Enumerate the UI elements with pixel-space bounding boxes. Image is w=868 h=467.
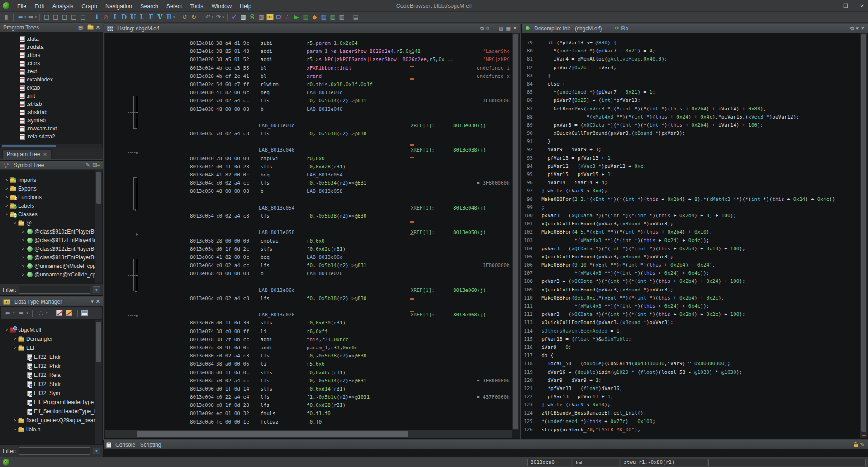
tree-item[interactable]: >libio.h xyxy=(1,425,95,434)
toolbar-button[interactable]: ▶ xyxy=(293,13,301,22)
menu-navigation[interactable]: Navigation xyxy=(101,2,136,11)
listing-row[interactable]: 8013e03cc0 02 a4 c8lfsf0,-0x5b38(r2)=>@8… xyxy=(105,130,512,138)
listing-row[interactable]: 8013e04028 00 00 00cmplwir0,0x0 xyxy=(105,155,512,163)
tree-item[interactable]: >▲Imports xyxy=(1,176,95,184)
listing-blank-row[interactable] xyxy=(105,138,512,146)
toolbar-button[interactable]: ▦ xyxy=(302,13,310,22)
decompile-line[interactable]: 117 do { xyxy=(522,352,860,360)
decompile-line[interactable]: 101 xQuickCullForBound(pxVar3,(xBound *)… xyxy=(522,220,860,228)
dtm-filter-input[interactable] xyxy=(19,447,90,455)
decompile-line[interactable]: 109 xQuickCullForBound(pxVar3,(xBound *)… xyxy=(522,286,860,294)
listing-label-row[interactable]: LAB_8013e06cXREF[1]:8013e060(j) xyxy=(105,286,512,295)
tree-item[interactable]: Elf32_Sym xyxy=(1,389,95,398)
toolbar-button[interactable]: ⬇ xyxy=(93,13,101,22)
decompile-line[interactable]: 107 *(xMat4x3 **)(*(int *)(this + 0x24) … xyxy=(522,269,860,277)
listing-row[interactable]: 8013e0244b ee c3 55blxFXRibbon::initunde… xyxy=(105,64,512,72)
listing-row[interactable]: 8013e05828 00 00 00cmplwir0,0x0 xyxy=(105,237,512,245)
tree-item[interactable]: Elf32_Shdr xyxy=(1,380,95,389)
toolbar-button[interactable]: ▤ xyxy=(79,13,87,22)
listing-row[interactable]: 8013e098c0 1f 0d 28lfsf0,0xd28(r31) xyxy=(105,401,512,410)
tree-item[interactable]: .mwcats.text xyxy=(1,124,102,133)
decompile-line[interactable]: 93 pfVar13 = pfVar13 + 1; xyxy=(522,154,860,162)
toolbar-button[interactable]: V xyxy=(156,13,164,22)
copy-icon[interactable]: ⧉ xyxy=(480,26,484,31)
toolbar-button[interactable]: D xyxy=(120,13,128,22)
decompile-line[interactable]: 81 iVar4 = xMemAlloc(gActiveHeap,0x40,0)… xyxy=(522,55,860,63)
menu-analysis[interactable]: Analysis xyxy=(48,2,78,11)
toolbar-button[interactable]: I xyxy=(111,13,119,22)
toolbar-button[interactable]: ▤ xyxy=(52,13,60,22)
close-button[interactable]: ✕ xyxy=(860,3,864,9)
lock-icon[interactable] xyxy=(854,444,858,447)
listing-row[interactable]: 8013e07838 7f 0b ccaddithis,r31,0xbcc xyxy=(105,336,512,344)
new-tree-icon[interactable]: ▤+ xyxy=(78,25,85,30)
tree-item[interactable]: .symtab xyxy=(1,116,102,124)
program-trees-hscrollbar[interactable] xyxy=(1,144,102,148)
preview-window-icon[interactable] xyxy=(81,310,88,316)
decompile-line[interactable]: 80 *(undefined *)(piVar7 + 0x21) = 4; xyxy=(522,47,860,55)
toolbar-button[interactable]: ✔ xyxy=(230,13,238,22)
decompile-line[interactable]: 113 xQuickCullForBound(pxVar3,(xBound *)… xyxy=(522,319,860,327)
listing-row[interactable]: 8013e03041 82 00 0cbeqLAB_8013e03c xyxy=(105,89,512,97)
tree-item[interactable]: >Demangler xyxy=(1,334,95,343)
listing-row[interactable]: 8013e080c0 02 a4 c8lfsf0,-0x5b38(r2)=>@8… xyxy=(105,352,512,360)
listing-row[interactable]: 8013e08cc0 02 a4 cclfsf0,-0x5b34(r2)=>@8… xyxy=(105,377,512,385)
listing-row[interactable]: 8013e01838 a4 d1 9csubir5,param_1,0x2e64 xyxy=(105,39,512,48)
listing-blank-row[interactable] xyxy=(105,220,512,229)
decompile-line[interactable]: 89 pxVar3 = (xQCData *)(*(int *)(*(int *… xyxy=(522,121,860,129)
tree-item[interactable]: >@class$910zEntPlayerBungeeStat xyxy=(1,227,95,236)
tree-item[interactable]: >@unnamed@iModel_cpp@ xyxy=(1,262,95,270)
back-icon[interactable]: ⬅ xyxy=(4,309,12,318)
tree-item[interactable]: .data xyxy=(1,35,102,43)
toolbar-button[interactable]: ▮ xyxy=(2,13,10,22)
panel-close-icon[interactable]: ✕ xyxy=(513,25,517,31)
listing-row[interactable]: 8013e090d0 1f 0d 14stfsf0,0xd14(r31) xyxy=(105,385,512,393)
menu-file[interactable]: File xyxy=(13,2,30,11)
menu-graph[interactable]: Graph xyxy=(77,2,101,11)
listing-row[interactable]: 8013e03848 00 00 08bLAB_8013e040 xyxy=(105,105,512,114)
listing-row[interactable]: 8013e06041 82 00 0cbeqLAB_8013e06c xyxy=(105,253,512,262)
toolbar-button[interactable]: B xyxy=(165,13,173,22)
listing-row[interactable]: 8013e06848 00 00 08bLAB_8013e070 xyxy=(105,270,512,278)
listing-row[interactable]: 8013e05048 00 00 08bLAB_8013e058 xyxy=(105,187,512,195)
menu-tools[interactable]: Tools xyxy=(186,2,207,11)
decompile-line[interactable]: 104 pxVar3 = (xQCData *)(*(int *)(*(int … xyxy=(522,245,860,253)
decompile-line[interactable]: 87 GetBonePos((xVec3 *)(*(int *)(*(int *… xyxy=(522,105,860,113)
listing-row[interactable]: 8013e04cc0 02 a4 cclfsf0,-0x5b34(r2)=>@8… xyxy=(105,179,512,187)
listing-blank-row[interactable] xyxy=(105,303,512,311)
maximize-button[interactable]: ❐ xyxy=(843,3,848,9)
decompile-line[interactable]: 110 MakeOBBFor(0xb,0xc,*(xEnt **)(*(int … xyxy=(522,294,860,302)
tree-item[interactable]: Elf32_Rela xyxy=(1,371,95,380)
edit-icon[interactable]: ✎ xyxy=(86,162,90,167)
toolbar-button[interactable]: ➡ xyxy=(27,13,35,22)
listing-blank-row[interactable] xyxy=(105,278,512,286)
menu-help[interactable]: Help xyxy=(236,2,256,11)
menu-edit[interactable]: Edit xyxy=(30,2,48,11)
listing-row[interactable]: 8013e054c0 02 a4 c8lfsf0,-0x5b38(r2)=>@8… xyxy=(105,212,512,220)
tree-item[interactable]: >Exports xyxy=(1,184,95,193)
listing-row[interactable]: 8013e05cd0 1f 0d 2cstfsf0,0xd2c(r31) xyxy=(105,245,512,253)
tree-item[interactable]: .shstrtab xyxy=(1,108,102,116)
folder-icon[interactable] xyxy=(87,25,94,30)
tree-item[interactable]: .text xyxy=(1,67,102,76)
decompile-line[interactable]: 88 *(xMat4x3 **)(*(int *)(this + 0x24) +… xyxy=(522,113,860,121)
tree-item[interactable]: Elf32_Phdr xyxy=(1,362,95,371)
decompile-content[interactable]: 79 if (*pfVar13 <= @830) {80 *(undefined… xyxy=(522,33,860,438)
toolbar-button[interactable]: ▥ xyxy=(338,13,346,22)
listing-row[interactable]: 8013e064c0 02 a4 cclfsf0,-0x5b34(r2)=>@8… xyxy=(105,262,512,270)
decompile-line[interactable]: 125 *(undefined4 *)(this + 0x77c) = 0x10… xyxy=(522,418,860,426)
toolbar-button[interactable]: ⬓ xyxy=(352,13,360,22)
decompile-line[interactable]: 124 zNPCBSandy_BossDamageEffect_Init(); xyxy=(522,409,860,417)
decompile-line[interactable]: 97 } while (iVar9 < 0xd); xyxy=(522,187,860,195)
decompile-line[interactable]: 119 dVar16 = (double)isin(@1029 * (float… xyxy=(522,368,860,376)
decompile-line[interactable]: 120 iVar9 = iVar9 + 1; xyxy=(522,376,860,385)
tree-item[interactable]: extab xyxy=(1,84,102,92)
listing-row[interactable]: 8013e01c38 85 01 48addiparam_1=>s_LaserS… xyxy=(105,48,512,56)
tree-item[interactable]: >@class$911zEntPlayerBungeeStat xyxy=(1,236,95,244)
listing-row[interactable]: 8013e02038 a5 01 52addir5=>s_NPC|zNPCBSa… xyxy=(105,56,512,64)
decompile-line[interactable]: 126 strcpy(acStack_78,"LASER MK_00"); xyxy=(522,426,860,434)
ro-button[interactable]: Ro xyxy=(621,25,629,32)
toolbar-button[interactable]: ↻ xyxy=(190,13,198,22)
listing-row[interactable]: 8013e07c38 9f 0d 0caddiparam_1,r31,0xd0c xyxy=(105,344,512,352)
decompile-line[interactable]: 123 } while (iVar9 < 0x10); xyxy=(522,401,860,409)
